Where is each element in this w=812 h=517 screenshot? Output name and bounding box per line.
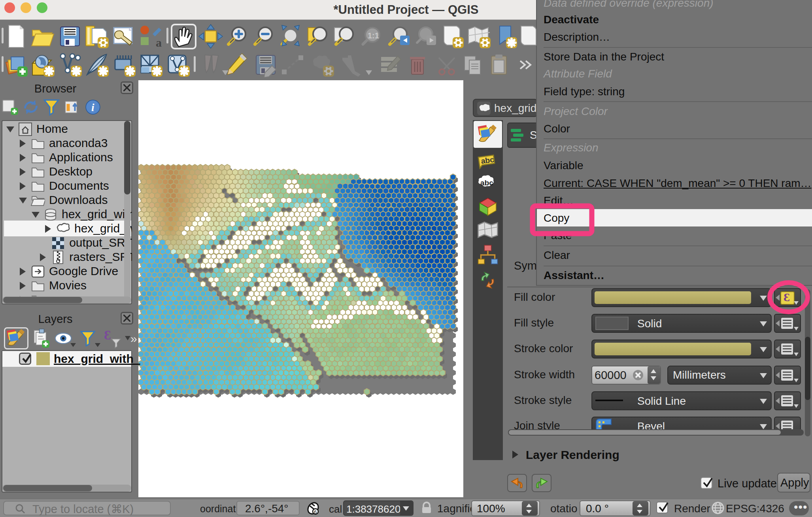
svg-text:i: i bbox=[91, 101, 94, 113]
svg-text:abc: abc bbox=[480, 179, 493, 187]
svg-text:1:1: 1:1 bbox=[368, 31, 379, 40]
svg-text:Ɛ: Ɛ bbox=[104, 328, 111, 342]
